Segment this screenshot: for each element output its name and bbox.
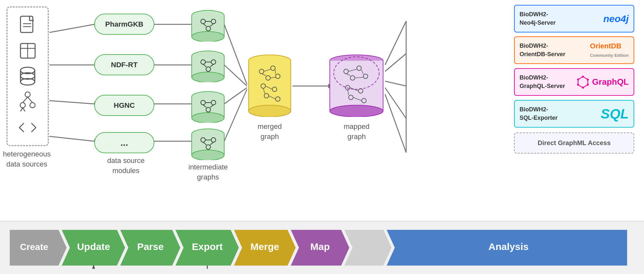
svg-point-42 <box>20 103 25 108</box>
svg-rect-28 <box>20 16 33 32</box>
svg-point-132 <box>582 76 584 78</box>
svg-line-41 <box>28 97 32 103</box>
svg-point-137 <box>577 79 579 81</box>
svg-point-133 <box>587 79 589 81</box>
svg-text:Merge: Merge <box>251 241 279 252</box>
svg-text:Update: Update <box>77 241 110 252</box>
svg-point-135 <box>582 87 584 89</box>
hgnc-module: HGNC <box>94 95 154 116</box>
svg-line-22 <box>385 21 406 65</box>
pipeline-svg: Create Update Parse Export Merge Map Ana… <box>10 227 634 269</box>
svg-line-3 <box>49 136 94 141</box>
pipeline-bar: Create Update Parse Export Merge Map Ana… <box>0 221 644 274</box>
main-diagram: PharmGKB NDF-RT HGNC ... <box>0 0 644 221</box>
svg-marker-150 <box>344 230 392 266</box>
svg-point-70 <box>192 113 224 123</box>
pharmgkb-label: PharmGKB <box>105 20 143 29</box>
svg-point-59 <box>192 72 224 82</box>
orientdb-brand: OrientDBCommunity Edition <box>590 42 629 59</box>
cylinder-2 <box>190 50 226 82</box>
svg-point-92 <box>249 105 291 117</box>
svg-line-45 <box>23 108 25 111</box>
code-icon <box>18 118 37 137</box>
ndfrt-label: NDF-RT <box>111 61 138 69</box>
het-sources-label: heterogeneousdata sources <box>2 149 52 169</box>
sql-label: BioDWH2-SQL-Exporter <box>520 106 558 122</box>
more-label: ... <box>121 138 128 148</box>
graphml-access-box: Direct GraphML Access <box>514 132 634 154</box>
svg-point-136 <box>577 84 579 86</box>
svg-line-18 <box>224 88 247 104</box>
svg-point-134 <box>587 84 589 86</box>
svg-line-23 <box>385 54 406 71</box>
cylinder-3 <box>190 90 226 123</box>
svg-point-48 <box>192 31 224 42</box>
svg-marker-131 <box>578 77 588 88</box>
svg-line-24 <box>385 81 406 86</box>
svg-point-81 <box>192 150 224 160</box>
svg-text:Map: Map <box>310 241 330 252</box>
svg-line-40 <box>23 97 28 103</box>
graphql-brand: GraphQL <box>576 76 629 89</box>
database-icon <box>18 67 37 86</box>
svg-text:Export: Export <box>192 241 223 252</box>
mapped-graph-label: mappedgraph <box>328 122 385 142</box>
svg-line-19 <box>224 89 247 141</box>
hgnc-label: HGNC <box>114 101 135 110</box>
svg-line-16 <box>224 24 247 84</box>
svg-line-44 <box>20 108 23 111</box>
het-sources-box <box>6 6 49 146</box>
svg-line-26 <box>385 94 406 153</box>
svg-point-43 <box>30 103 35 108</box>
cylinder-1 <box>190 9 226 42</box>
file-icon <box>18 15 37 35</box>
data-modules-label: data sourcemodules <box>96 156 156 176</box>
tree-icon <box>18 92 37 112</box>
svg-text:Create: Create <box>20 242 48 252</box>
pharmgkb-module: PharmGKB <box>94 14 154 35</box>
graphql-label: BioDWH2-GraphQL-Server <box>520 74 565 90</box>
svg-line-17 <box>224 65 247 86</box>
merged-graph-label: mergedgraph <box>247 122 292 142</box>
mapped-graph-cylinder <box>328 54 385 117</box>
cylinder-4 <box>190 128 226 160</box>
svg-text:Analysis: Analysis <box>488 241 528 252</box>
sql-brand: SQL <box>601 106 629 122</box>
graphql-server-box: BioDWH2-GraphQL-Server GraphQL <box>514 68 634 96</box>
orientdb-label: BioDWH2-OrientDB-Server <box>520 42 565 58</box>
svg-line-105 <box>275 70 276 74</box>
svg-point-112 <box>330 105 383 117</box>
svg-point-39 <box>25 92 30 97</box>
svg-line-25 <box>385 88 406 118</box>
neo4j-brand: neo4j <box>603 13 629 24</box>
merged-graph-cylinder <box>247 54 292 117</box>
graphml-label: Direct GraphML Access <box>538 139 611 147</box>
svg-line-2 <box>49 101 94 104</box>
more-module: ... <box>94 132 154 153</box>
svg-line-0 <box>49 24 94 32</box>
orientdb-server-box: BioDWH2-OrientDB-Server OrientDBCommunit… <box>514 36 634 64</box>
ndfrt-module: NDF-RT <box>94 54 154 75</box>
neo4j-label: BioDWH2-Neo4j-Server <box>520 10 556 27</box>
svg-rect-91 <box>249 61 291 111</box>
table-icon <box>18 41 37 60</box>
svg-text:Parse: Parse <box>137 241 164 252</box>
sql-server-box: BioDWH2-SQL-Exporter SQL <box>514 100 634 128</box>
intermediate-graphs-label: intermediategraphs <box>188 162 227 182</box>
neo4j-server-box: BioDWH2-Neo4j-Server neo4j <box>514 5 634 32</box>
